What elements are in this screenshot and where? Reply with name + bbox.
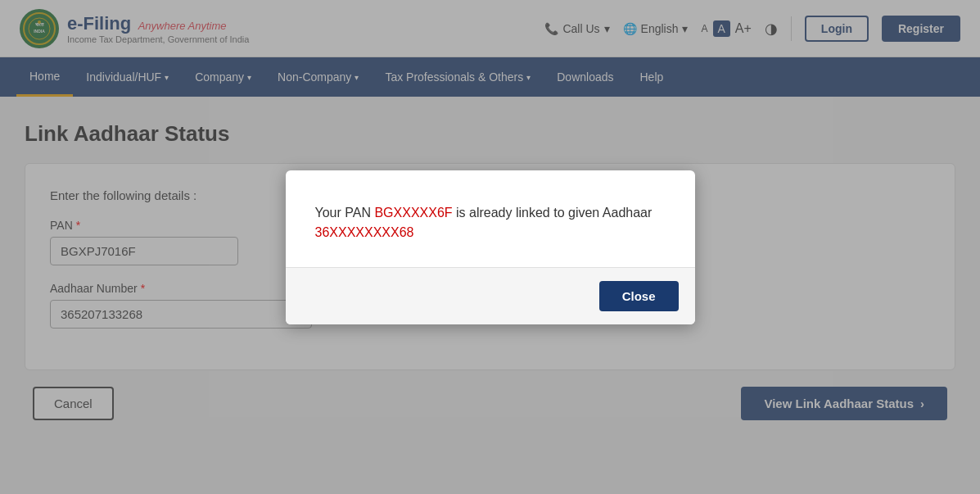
status-dialog: Your PAN BGXXXXX6F is already linked to … (286, 170, 695, 324)
dialog-message-prefix: Your PAN (315, 206, 375, 220)
dialog-footer: Close (286, 267, 695, 324)
dialog-message-mid: is already linked to given Aadhaar (453, 206, 653, 220)
modal-overlay: Your PAN BGXXXXX6F is already linked to … (0, 0, 980, 494)
dialog-body: Your PAN BGXXXXX6F is already linked to … (286, 170, 695, 267)
dialog-pan-masked: BGXXXXX6F (374, 206, 452, 220)
dialog-aadhaar-masked: 36XXXXXXXX68 (315, 225, 414, 239)
dialog-close-button[interactable]: Close (599, 281, 679, 311)
